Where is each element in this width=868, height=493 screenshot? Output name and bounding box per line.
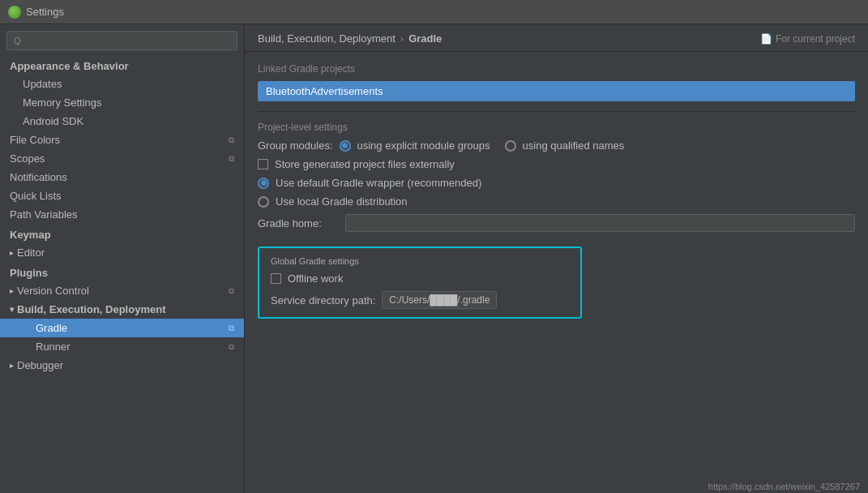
sidebar-item-runner[interactable]: Runner ⧉ xyxy=(0,337,244,356)
gradle-home-row: Gradle home: xyxy=(258,214,855,232)
checkbox-offline-work[interactable] xyxy=(271,273,281,284)
radio-explicit-label: using explicit module groups xyxy=(357,139,490,152)
content-body: Linked Gradle projects BluetoothAdvertis… xyxy=(245,52,868,327)
breadcrumb-current: Gradle xyxy=(408,32,442,45)
sidebar-item-memory[interactable]: Memory Settings xyxy=(0,93,244,112)
breadcrumb: Build, Execution, Deployment › Gradle xyxy=(258,32,442,45)
build-arrow-icon: ▾ xyxy=(10,305,14,314)
service-dir-value: C:/Users/████/.gradle xyxy=(382,291,497,309)
radio-qualified[interactable] xyxy=(505,140,516,152)
vc-copy-icon: ⧉ xyxy=(229,286,234,296)
sidebar-item-path-variables[interactable]: Path Variables xyxy=(0,205,244,224)
vc-arrow-icon: ▸ xyxy=(10,286,14,295)
offline-work-label: Offline work xyxy=(288,272,343,285)
main-layout: Q Appearance & Behavior Updates Memory S… xyxy=(0,24,868,493)
breadcrumb-separator: › xyxy=(400,32,404,45)
copy-icon-scopes: ⧉ xyxy=(229,154,234,164)
sidebar-item-notifications[interactable]: Notifications xyxy=(0,168,244,186)
global-settings-title: Global Gradle settings xyxy=(271,256,569,266)
runner-copy-icon: ⧉ xyxy=(229,342,234,352)
radio-local-distribution[interactable] xyxy=(258,196,269,208)
global-settings-box: Global Gradle settings Offline work Serv… xyxy=(258,246,582,319)
breadcrumb-parent: Build, Execution, Deployment xyxy=(258,32,396,45)
sidebar-item-quick-lists[interactable]: Quick Lists xyxy=(0,186,244,205)
sidebar-item-appearance[interactable]: Appearance & Behavior xyxy=(0,55,244,75)
linked-project-item[interactable]: BluetoothAdvertisements xyxy=(258,81,855,101)
local-distribution-label: Use local Gradle distribution xyxy=(276,195,408,208)
sidebar-item-plugins[interactable]: Plugins xyxy=(0,262,244,281)
store-generated-row: Store generated project files externally xyxy=(258,158,855,170)
sidebar-item-debugger[interactable]: ▸ Debugger xyxy=(0,356,244,375)
gradle-copy-icon: ⧉ xyxy=(229,324,234,333)
radio-explicit-inner xyxy=(342,143,348,148)
checkbox-store-generated[interactable] xyxy=(258,159,268,169)
content-header: Build, Execution, Deployment › Gradle 📄 … xyxy=(245,24,868,52)
sidebar-item-gradle[interactable]: Gradle ⧉ xyxy=(0,319,244,337)
titlebar: Settings xyxy=(0,0,868,24)
sidebar-item-version-control[interactable]: ▸ Version Control ⧉ xyxy=(0,281,244,300)
search-box[interactable]: Q xyxy=(6,31,237,50)
gradle-home-input[interactable] xyxy=(345,214,855,232)
content-area: Build, Execution, Deployment › Gradle 📄 … xyxy=(245,24,868,493)
default-wrapper-row: Use default Gradle wrapper (recommended) xyxy=(258,177,855,189)
radio-explicit[interactable] xyxy=(340,140,351,152)
service-dir-path-row: Service directory path: C:/Users/████/.g… xyxy=(271,291,569,309)
editor-arrow-icon: ▸ xyxy=(10,248,14,257)
sidebar-item-keymap[interactable]: Keymap xyxy=(0,224,244,243)
debugger-arrow-icon: ▸ xyxy=(10,361,14,370)
divider-1 xyxy=(258,111,855,112)
app-title: Settings xyxy=(26,6,64,18)
sidebar-item-build-execution[interactable]: ▾ Build, Execution, Deployment xyxy=(0,300,244,319)
statusbar-url: https://blog.csdn.net/weixin_42587267 xyxy=(708,482,860,491)
linked-projects-label: Linked Gradle projects xyxy=(258,63,855,75)
sidebar-item-android-sdk[interactable]: Android SDK xyxy=(0,112,244,131)
app-icon xyxy=(8,6,21,19)
sidebar-item-updates[interactable]: Updates xyxy=(0,75,244,93)
search-input[interactable] xyxy=(25,35,230,46)
project-file-icon: 📄 xyxy=(760,33,772,45)
statusbar: https://blog.csdn.net/weixin_42587267 xyxy=(700,480,868,493)
project-level-label: Project-level settings xyxy=(258,122,855,133)
sidebar-item-editor[interactable]: ▸ Editor xyxy=(0,243,244,262)
for-project-label: 📄 For current project xyxy=(760,33,855,45)
radio-default-wrapper[interactable] xyxy=(258,178,269,189)
gradle-home-label: Gradle home: xyxy=(258,217,339,229)
sidebar-item-scopes[interactable]: Scopes ⧉ xyxy=(0,149,244,168)
service-dir-label: Service directory path: xyxy=(271,294,375,307)
group-modules-row: Group modules: using explicit module gro… xyxy=(258,139,855,152)
sidebar: Q Appearance & Behavior Updates Memory S… xyxy=(0,24,245,493)
default-wrapper-label: Use default Gradle wrapper (recommended) xyxy=(276,177,481,189)
search-icon: Q xyxy=(14,36,21,45)
copy-icon: ⧉ xyxy=(229,135,234,145)
sidebar-item-file-colors[interactable]: File Colors ⧉ xyxy=(0,131,244,149)
store-generated-label: Store generated project files externally xyxy=(275,158,455,170)
radio-default-wrapper-inner xyxy=(261,180,267,186)
local-distribution-row: Use local Gradle distribution xyxy=(258,195,855,208)
radio-qualified-label: using qualified names xyxy=(523,139,625,152)
group-modules-label: Group modules: xyxy=(258,139,333,152)
offline-work-row: Offline work xyxy=(271,272,569,285)
